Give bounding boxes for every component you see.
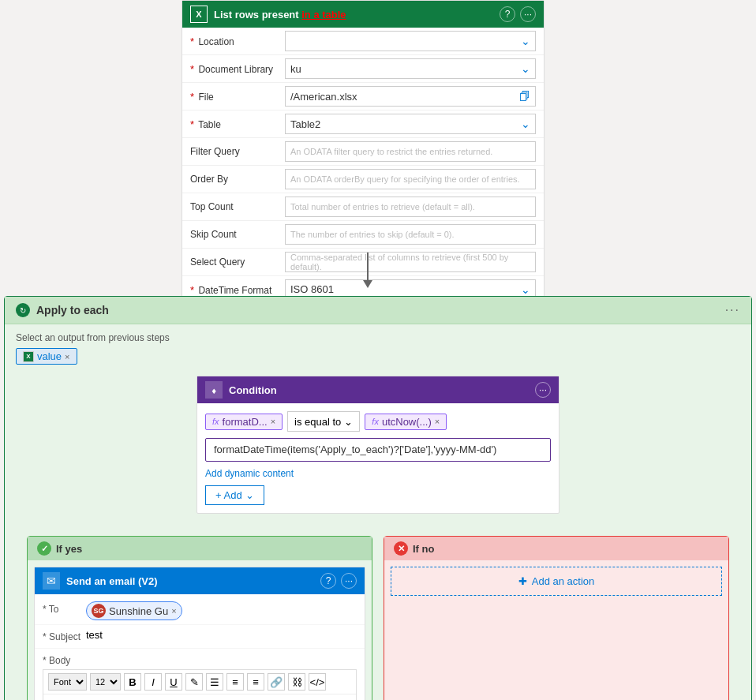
- table-dropdown[interactable]: Table2 ⌄: [285, 114, 536, 134]
- code-icon: </>: [310, 676, 325, 688]
- card-header: X List rows present in a table ? ···: [182, 1, 544, 28]
- yes-badge: ✓: [37, 541, 51, 556]
- email-help-icon[interactable]: ?: [320, 573, 336, 589]
- italic-icon: I: [152, 676, 155, 688]
- if-no-card: ✕ If no ✚ Add an action: [384, 536, 729, 700]
- email-dots-menu[interactable]: ···: [341, 573, 357, 589]
- add-action-icon: ✚: [518, 575, 527, 587]
- if-yes-header: ✓ If yes: [28, 537, 372, 560]
- apply-each-body: Select an output from previous steps X v…: [5, 324, 751, 700]
- add-button[interactable]: + Add ⌄: [205, 485, 264, 505]
- arrow-line: [367, 253, 369, 280]
- value-token[interactable]: X value ×: [16, 348, 77, 365]
- bullet-list-button[interactable]: ☰: [206, 673, 223, 691]
- add-action-label: Add an action: [532, 575, 595, 587]
- help-icon[interactable]: ?: [500, 6, 515, 22]
- body-editor: Font 12 B I U ✎: [43, 669, 357, 700]
- bold-button[interactable]: B: [124, 673, 141, 691]
- table-value: Table2: [290, 118, 320, 130]
- recipient-token[interactable]: SG Sunshine Gu ×: [86, 601, 182, 620]
- file-input[interactable]: /American.xlsx 🗍: [285, 86, 536, 107]
- to-field: SG Sunshine Gu ×: [86, 601, 357, 620]
- code-button[interactable]: </>: [309, 673, 326, 691]
- recipient-name: Sunshine Gu: [109, 605, 168, 617]
- arrow-connector: [363, 253, 372, 288]
- left-token-label: formatD...: [223, 416, 268, 428]
- if-no-label: If no: [413, 543, 434, 555]
- font-size-select[interactable]: 12: [90, 673, 121, 691]
- selectquery-label: Select Query: [190, 256, 285, 268]
- form-row-filter: Filter Query An ODATA filter query to re…: [182, 138, 544, 166]
- token-row: X value ×: [16, 348, 740, 365]
- recipient-avatar: SG: [92, 604, 106, 618]
- selectquery-input[interactable]: Comma-separated list of columns to retri…: [285, 252, 536, 272]
- add-chevron-icon: ⌄: [245, 489, 254, 501]
- right-token[interactable]: fx utcNow(...) ×: [365, 414, 447, 430]
- header-icons: ? ···: [500, 6, 536, 22]
- email-subject-row: * Subject test: [35, 625, 365, 649]
- pen-icon: ✎: [190, 676, 199, 688]
- topcount-input[interactable]: Total number of entries to retrieve (def…: [285, 197, 536, 217]
- font-select[interactable]: Font: [48, 673, 87, 691]
- numbered-list-button[interactable]: ≡: [226, 673, 244, 691]
- form-row-table: * Table Table2 ⌄: [182, 110, 544, 138]
- datetime-label: * DateTime Format: [190, 284, 285, 296]
- condition-body: fx formatD... × is equal to ⌄ fx utcNow(…: [197, 403, 559, 513]
- operator-label: is equal to: [294, 416, 341, 428]
- filter-input[interactable]: An ODATA filter query to restrict the en…: [285, 141, 536, 162]
- token-close-icon[interactable]: ×: [65, 352, 69, 361]
- email-body-row: * Body Font 12 B: [35, 649, 365, 700]
- right-token-label: utcNow(...): [382, 416, 432, 428]
- send-email-card: ✉ Send an email (V2) ? ··· * To: [34, 567, 365, 700]
- if-yes-card: ✓ If yes ✉ Send an email (V2) ? ···: [27, 536, 372, 700]
- unlink-button[interactable]: ⛓: [288, 673, 305, 691]
- branch-row: ✓ If yes ✉ Send an email (V2) ? ···: [16, 525, 740, 700]
- italic-button[interactable]: I: [144, 673, 162, 691]
- form-row-orderby: Order By An ODATA orderBy query for spec…: [182, 166, 544, 193]
- condition-card: ⬧ Condition ··· fx formatD... ×: [196, 376, 560, 514]
- doclibrary-value: ku: [290, 63, 301, 75]
- recipient-close-icon[interactable]: ×: [171, 606, 176, 616]
- link-icon: 🔗: [270, 676, 283, 688]
- unlink-icon: ⛓: [292, 676, 302, 688]
- condition-dots-menu[interactable]: ···: [535, 382, 551, 398]
- card-title-underline: in a table: [301, 9, 346, 21]
- doclibrary-dropdown[interactable]: ku ⌄: [285, 58, 536, 79]
- email-toolbar: Font 12 B I U ✎: [43, 670, 356, 694]
- pen-button[interactable]: ✎: [185, 673, 203, 691]
- left-token-close[interactable]: ×: [271, 417, 275, 426]
- align-left-button[interactable]: ≡: [247, 673, 264, 691]
- condition-row: fx formatD... × is equal to ⌄ fx utcNow(…: [205, 411, 551, 432]
- file-value: /American.xlsx: [290, 91, 357, 103]
- location-dropdown[interactable]: ⌄: [285, 31, 536, 51]
- filter-label: Filter Query: [190, 146, 285, 157]
- add-dynamic-link[interactable]: Add dynamic content: [205, 468, 294, 479]
- dots-menu-icon[interactable]: ···: [520, 6, 536, 22]
- body-text[interactable]: test: [43, 694, 356, 700]
- excel-icon: X: [190, 6, 208, 23]
- subject-label: * Subject: [43, 629, 86, 642]
- add-action-button[interactable]: ✚ Add an action: [391, 567, 722, 596]
- skipcount-input[interactable]: The number of entries to skip (default =…: [285, 224, 536, 245]
- apply-each-title: Apply to each: [36, 304, 725, 316]
- topcount-label: Top Count: [190, 201, 285, 212]
- condition-icon: ⬧: [205, 381, 223, 399]
- underline-button[interactable]: U: [165, 673, 182, 691]
- datetime-value: ISO 8601: [290, 283, 334, 295]
- subject-value: test: [86, 629, 103, 641]
- link-button[interactable]: 🔗: [268, 673, 285, 691]
- condition-header: ⬧ Condition ···: [197, 376, 559, 403]
- form-row-file: * File /American.xlsx 🗍: [182, 83, 544, 110]
- right-token-fx: fx: [372, 417, 379, 426]
- email-to-row: * To SG Sunshine Gu ×: [35, 597, 365, 625]
- email-icon: ✉: [43, 572, 60, 590]
- orderby-label: Order By: [190, 174, 285, 185]
- subject-field[interactable]: test: [86, 629, 357, 641]
- apply-each-dots-menu[interactable]: ···: [725, 303, 740, 317]
- left-token[interactable]: fx formatD... ×: [205, 414, 283, 430]
- operator-dropdown[interactable]: is equal to ⌄: [287, 411, 360, 432]
- email-header: ✉ Send an email (V2) ? ···: [35, 567, 365, 594]
- condition-title: Condition: [229, 384, 529, 396]
- orderby-input[interactable]: An ODATA orderBy query for specifying th…: [285, 169, 536, 189]
- right-token-close[interactable]: ×: [435, 417, 440, 426]
